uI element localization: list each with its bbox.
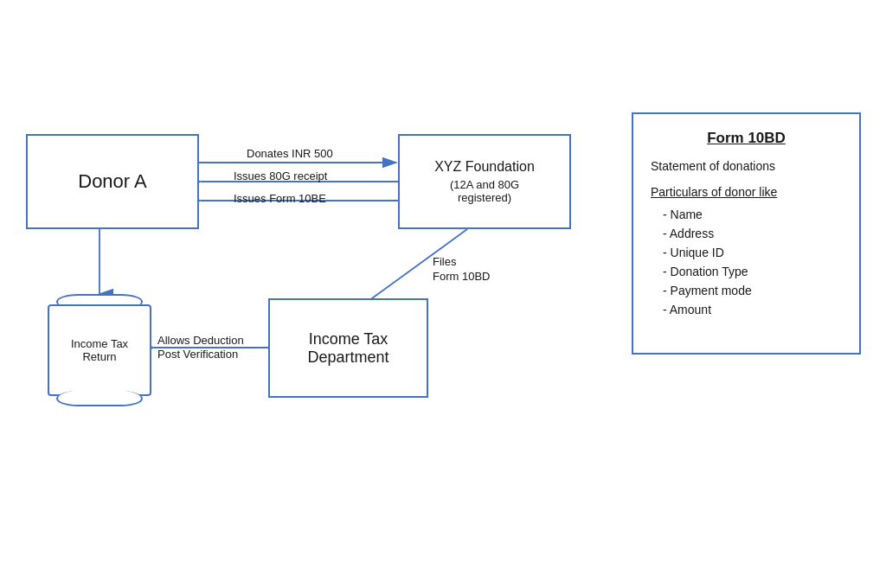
- form10bd-item-address: Address: [651, 227, 842, 240]
- itr-line1: Income Tax: [71, 337, 128, 350]
- form10bd-item-amount: Amount: [651, 303, 842, 316]
- form10bd-subtitle: Statement of donations: [651, 159, 842, 173]
- label-files-line2: Form 10BD: [433, 270, 490, 283]
- xyz-box: XYZ Foundation (12A and 80G registered): [398, 134, 571, 229]
- itd-box: Income Tax Department: [268, 298, 428, 398]
- itr-label: Income Tax Return: [48, 304, 151, 396]
- scroll-bottom-decoration: [56, 391, 143, 406]
- form10bd-item-uid: Unique ID: [651, 246, 842, 259]
- label-files-line1: Files: [433, 255, 456, 268]
- itd-line1: Income Tax: [307, 330, 388, 348]
- form10bd-box: Form 10BD Statement of donations Particu…: [632, 112, 861, 355]
- itr-scroll: Income Tax Return: [48, 294, 151, 406]
- form10bd-particulars: Particulars of donor like: [651, 185, 842, 199]
- form10bd-item-name: Name: [651, 208, 842, 221]
- donor-box: Donor A: [26, 134, 199, 229]
- label-receipt: Issues 80G receipt: [234, 169, 327, 182]
- itd-line2: Department: [307, 348, 388, 367]
- xyz-line3: registered): [434, 191, 535, 204]
- donor-label: Donor A: [78, 170, 147, 193]
- xyz-line2: (12A and 80G: [434, 178, 535, 191]
- form10bd-title: Form 10BD: [651, 130, 842, 147]
- label-form10be: Issues Form 10BE: [234, 192, 326, 205]
- form10bd-item-pmode: Payment mode: [651, 284, 842, 297]
- label-donates: Donates INR 500: [247, 147, 333, 160]
- itr-line2: Return: [71, 350, 128, 363]
- xyz-line1: XYZ Foundation: [434, 159, 535, 175]
- form10bd-list: Name Address Unique ID Donation Type Pay…: [651, 208, 842, 316]
- form10bd-item-dtype: Donation Type: [651, 265, 842, 278]
- label-allows-line2: Post Verification: [157, 348, 238, 361]
- label-allows-line1: Allows Deduction: [157, 334, 244, 347]
- diagram-container: Donor A XYZ Foundation (12A and 80G regi…: [0, 0, 886, 588]
